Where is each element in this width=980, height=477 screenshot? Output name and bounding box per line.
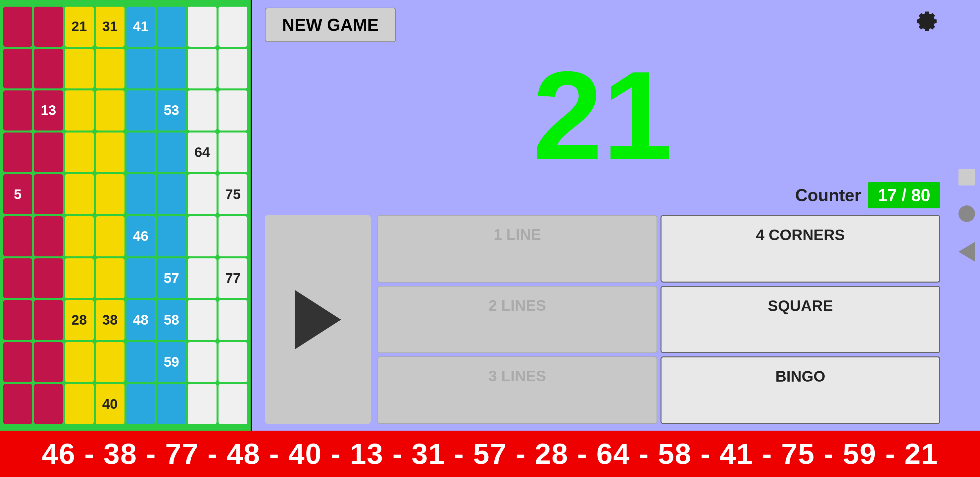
right-panel: NEW GAME 21 Counter 17 / 80 1 LINE: [251, 0, 953, 431]
bingo-cell[interactable]: [65, 258, 94, 298]
bingo-cell[interactable]: [157, 216, 186, 256]
bingo-cell[interactable]: [96, 342, 124, 382]
bingo-cell[interactable]: [218, 342, 247, 382]
bingo-cell[interactable]: [3, 91, 32, 131]
bingo-cell[interactable]: 53: [157, 91, 186, 131]
bingo-cell[interactable]: [34, 258, 63, 298]
bingo-cell[interactable]: 46: [126, 216, 155, 256]
bingo-cell[interactable]: 58: [157, 300, 186, 340]
bingo-cell[interactable]: [96, 91, 124, 131]
bingo-cell[interactable]: [188, 49, 216, 89]
bingo-cell[interactable]: [188, 6, 216, 47]
bingo-cell[interactable]: 41: [126, 6, 155, 47]
bingo-cell[interactable]: 5: [3, 174, 32, 214]
bingo-cell[interactable]: 75: [218, 174, 247, 214]
bingo-cell[interactable]: 57: [157, 258, 186, 298]
one-line-button[interactable]: 1 LINE: [377, 215, 657, 282]
bingo-cell[interactable]: [126, 258, 155, 298]
sidebar-back-button[interactable]: [958, 242, 975, 262]
bingo-cell[interactable]: 40: [96, 384, 124, 424]
bingo-cell[interactable]: [188, 342, 216, 382]
bingo-cell[interactable]: [157, 384, 186, 424]
bingo-cell[interactable]: [34, 384, 63, 424]
bingo-cell[interactable]: [65, 91, 94, 131]
bingo-cell[interactable]: [34, 174, 63, 214]
bingo-cell[interactable]: 77: [218, 258, 247, 298]
bingo-cell[interactable]: [126, 342, 155, 382]
bingo-cell[interactable]: [157, 132, 186, 172]
bingo-cell[interactable]: [126, 49, 155, 89]
current-number-display: 21: [265, 53, 940, 179]
bingo-cell[interactable]: [3, 300, 32, 340]
bingo-cell[interactable]: [218, 6, 247, 47]
bingo-cell[interactable]: [34, 132, 63, 172]
bingo-cell[interactable]: [34, 300, 63, 340]
bingo-cell[interactable]: [188, 174, 216, 214]
bingo-cell[interactable]: [218, 132, 247, 172]
bingo-cell[interactable]: [218, 91, 247, 131]
counter-value: 17 / 80: [868, 182, 940, 208]
bingo-cell[interactable]: [188, 258, 216, 298]
four-corners-button[interactable]: 4 CORNERS: [660, 215, 940, 282]
bingo-cell[interactable]: [157, 174, 186, 214]
bingo-cell[interactable]: 31: [96, 6, 124, 47]
bingo-cell[interactable]: [157, 6, 186, 47]
bingo-cell[interactable]: [65, 216, 94, 256]
sidebar-square-button[interactable]: [958, 169, 975, 185]
bingo-cell[interactable]: [188, 216, 216, 256]
three-lines-button[interactable]: 3 LINES: [377, 356, 657, 424]
bingo-cell[interactable]: [96, 174, 124, 214]
bingo-cell[interactable]: [34, 216, 63, 256]
bingo-grid: 213141135364575465777283848585940: [3, 6, 247, 424]
bingo-cell[interactable]: [65, 342, 94, 382]
bingo-cell[interactable]: [218, 300, 247, 340]
bingo-cell[interactable]: [3, 216, 32, 256]
bingo-cell[interactable]: [188, 91, 216, 131]
right-top: NEW GAME: [265, 6, 940, 43]
bingo-cell[interactable]: [3, 132, 32, 172]
bingo-cell[interactable]: [3, 342, 32, 382]
bingo-cell[interactable]: [96, 258, 124, 298]
bingo-cell[interactable]: [3, 6, 32, 47]
bingo-cell[interactable]: [3, 258, 32, 298]
bingo-button[interactable]: BINGO: [660, 356, 940, 424]
bingo-cell[interactable]: [218, 49, 247, 89]
bingo-cell[interactable]: [3, 384, 32, 424]
bingo-cell[interactable]: 28: [65, 300, 94, 340]
bottom-ticker: 46 - 38 - 77 - 48 - 40 - 13 - 31 - 57 - …: [0, 431, 980, 477]
bingo-cell[interactable]: 21: [65, 6, 94, 47]
bingo-cell[interactable]: 59: [157, 342, 186, 382]
bingo-cell[interactable]: [96, 216, 124, 256]
bingo-cell[interactable]: 38: [96, 300, 124, 340]
new-game-button[interactable]: NEW GAME: [265, 8, 396, 42]
bingo-cell[interactable]: [96, 132, 124, 172]
bingo-cell[interactable]: [96, 49, 124, 89]
bingo-cell[interactable]: [188, 300, 216, 340]
main-container: 213141135364575465777283848585940 NEW GA…: [0, 0, 980, 477]
bingo-cell[interactable]: [65, 132, 94, 172]
play-button[interactable]: [265, 215, 371, 424]
bingo-cell[interactable]: 64: [188, 132, 216, 172]
bingo-cell[interactable]: [34, 6, 63, 47]
bingo-cell[interactable]: [157, 49, 186, 89]
bingo-cell[interactable]: 48: [126, 300, 155, 340]
square-button[interactable]: SQUARE: [660, 286, 940, 353]
sidebar-circle-button[interactable]: [958, 205, 975, 222]
bingo-cell[interactable]: [126, 174, 155, 214]
bingo-cell[interactable]: [65, 384, 94, 424]
bingo-cell[interactable]: [126, 384, 155, 424]
left-panel: 213141135364575465777283848585940: [0, 0, 251, 431]
gear-icon[interactable]: [910, 6, 940, 43]
bingo-cell[interactable]: [126, 132, 155, 172]
bingo-cell[interactable]: [126, 91, 155, 131]
bingo-cell[interactable]: [34, 342, 63, 382]
bingo-cell[interactable]: [218, 384, 247, 424]
bingo-cell[interactable]: [218, 216, 247, 256]
bingo-cell[interactable]: [65, 49, 94, 89]
two-lines-button[interactable]: 2 LINES: [377, 286, 657, 353]
bingo-cell[interactable]: [65, 174, 94, 214]
bingo-cell[interactable]: [3, 49, 32, 89]
bingo-cell[interactable]: [188, 384, 216, 424]
bingo-cell[interactable]: [34, 49, 63, 89]
bingo-cell[interactable]: 13: [34, 91, 63, 131]
